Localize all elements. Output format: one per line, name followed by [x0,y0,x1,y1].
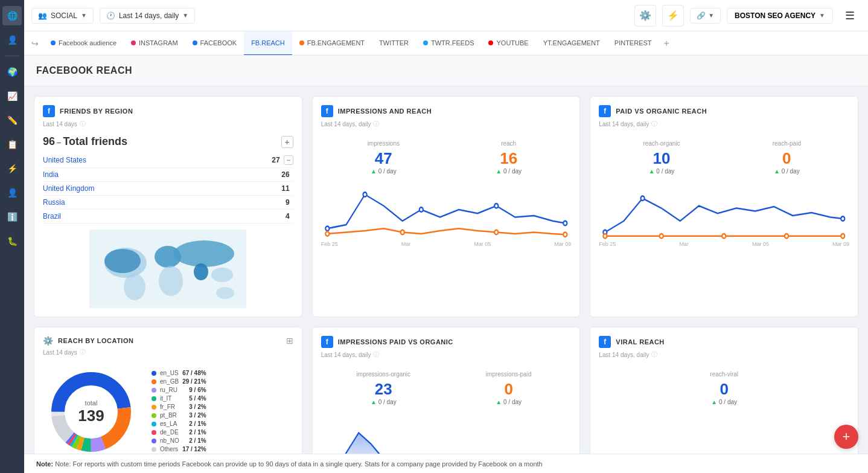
add-tab-btn[interactable]: + [659,31,674,56]
sidebar-icon-bug[interactable]: 🐛 [2,231,22,251]
imp-paid-value: 0 [451,380,566,399]
paid-organic-xaxis: Feb 25 Mar Mar 05 Mar 09 [599,241,849,247]
donut-label: total 139 [78,399,104,425]
imp-paid-label: impressions-paid [451,371,566,378]
svg-point-17 [494,230,498,235]
country-name-uk[interactable]: United Kingdom [43,184,281,193]
reach-location-info[interactable]: ⓘ [80,348,86,356]
impressions-stats-grid: impressions 47 ▲ 0 / day reach 16 ▲ 0 / … [321,135,572,179]
svg-point-15 [325,231,329,236]
settings-icon-btn[interactable]: ⚙️ [634,5,656,27]
paid-organic-card-subtitle: Last 14 days, daily ⓘ [599,120,849,128]
expand-btn[interactable]: + [281,136,293,148]
country-name-us[interactable]: United States [43,156,272,164]
dashboard-grid: f FRIENDS BY REGION Last 14 days ⓘ 96 – … [24,86,868,473]
tab-fb-reach[interactable]: FB.REACH [244,31,292,56]
tab-pinterest[interactable]: PINTEREST [607,31,659,56]
country-item-russia: Russia 9 [43,196,293,210]
svg-point-27 [841,234,845,239]
country-name-india[interactable]: India [43,170,281,179]
viral-reach-info[interactable]: ⓘ [651,350,657,359]
card-paid-organic: f PAID VS ORGANIC REACH Last 14 days, da… [590,96,858,317]
card-impressions-paid-organic: f IMPRESSIONS PAID VS ORGANIC Last 14 da… [312,327,581,473]
card-reach-by-location: ⚙️ REACH BY LOCATION ⊞ Last 14 days ⓘ [34,327,302,473]
sidebar-icon-globe2[interactable]: 🌍 [2,62,22,82]
reach-location-header: ⚙️ REACH BY LOCATION ⊞ [43,336,293,346]
legend-item-fr-fr: fr_FR 3 / 2% [152,404,206,410]
tab-twtr-feeds[interactable]: TWTR.FEEDS [416,31,482,56]
svg-point-2 [124,274,145,300]
hamburger-btn[interactable]: ☰ [839,5,861,27]
social-icon: 👥 [38,11,47,20]
country-item-uk: United Kingdom 11 [43,182,293,196]
sidebar-icon-person[interactable]: 👤 [2,183,22,202]
social-dropdown-arrow: ▼ [81,12,87,19]
share-btn[interactable]: 🔗 ▼ [690,8,721,24]
sidebar-icon-users[interactable]: 👤 [2,30,22,50]
fb-icon-viral: f [599,336,611,348]
fab-add-btn[interactable]: + [834,425,858,449]
fb-icon-impressions: f [321,105,333,117]
sidebar-icon-info[interactable]: ℹ️ [2,207,22,227]
imp-organic-change: ▲ 0 / day [326,399,441,405]
tab-label-facebook: FACEBOOK [200,39,237,47]
collapse-btn-us[interactable]: − [284,155,293,165]
paid-organic-info-icon[interactable]: ⓘ [651,120,657,128]
imp-paid-organic-subtitle: Last 14 days, daily ⓘ [321,350,572,359]
card-impressions-reach: f IMPRESSIONS AND REACH Last 14 days, da… [312,96,581,317]
svg-point-8 [216,287,234,299]
imp-paid-stat: impressions-paid 0 ▲ 0 / day [446,366,571,410]
donut-total-word: total [78,399,104,407]
share-dropdown-arrow: ▼ [708,12,714,19]
svg-point-14 [563,221,567,226]
impressions-card-subtitle: Last 14 days, daily ⓘ [321,120,572,128]
country-count-india: 26 [281,170,289,179]
svg-point-26 [785,234,788,239]
tab-facebook-audience[interactable]: Facebook audience [43,31,124,56]
legend-dot-de-de [152,430,156,435]
tab-instagram[interactable]: INSTAGRAM [124,31,185,56]
sidebar-icon-edit[interactable]: ✏️ [2,111,22,130]
paid-organic-chart [599,179,849,240]
card-friends-by-region: f FRIENDS BY REGION Last 14 days ⓘ 96 – … [34,96,302,317]
reach-stat: reach 16 ▲ 0 / day [446,135,571,179]
tab-twitter[interactable]: TWITTER [372,31,416,56]
world-map-container [43,230,293,308]
legend-dot-en-gb [152,379,156,384]
tab-label-twtr-feeds: TWTR.FEEDS [431,39,474,47]
tab-label-twitter: TWITTER [379,39,409,47]
tab-dot-instagram [131,40,136,45]
tab-dot-facebook [193,40,197,45]
sidebar-icon-lightning[interactable]: ⚡ [2,159,22,178]
tab-facebook[interactable]: FACEBOOK [185,31,244,56]
sidebar-icon-globe[interactable]: 🌐 [2,6,22,25]
expand-reach-location[interactable]: ⊞ [286,336,293,346]
legend-dot-es-la [152,422,156,426]
sidebar-icon-analytics[interactable]: 📈 [2,86,22,106]
legend-item-pt-br: pt_BR 3 / 2% [152,412,206,419]
legend-item-en-us: en_US 67 / 48% [152,370,206,376]
imp-paid-organic-info[interactable]: ⓘ [373,350,379,359]
svg-point-10 [325,227,329,231]
nav-back-btn[interactable]: ↪ [31,39,39,48]
tab-yt-engagement[interactable]: YT.ENGAGEMENT [536,31,607,56]
country-name-russia[interactable]: Russia [43,198,286,207]
friends-info-icon[interactable]: ⓘ [80,120,86,128]
bolt-icon-btn[interactable]: ⚡ [662,5,684,27]
svg-point-24 [660,234,663,239]
tab-label-youtube: YOUTUBE [496,39,528,47]
date-dropdown[interactable]: 🕐 Last 14 days, daily ▼ [100,8,195,24]
impressions-info-icon[interactable]: ⓘ [373,120,379,128]
tab-fb-engagement[interactable]: FB.ENGAGEMENT [292,31,372,56]
organic-label: reach-organic [604,140,719,147]
viral-reach-subtitle: Last 14 days, daily ⓘ [599,350,849,359]
social-dropdown[interactable]: 👥 SOCIAL ▼ [31,8,94,24]
agency-dropdown[interactable]: BOSTON SEO AGENCY ▼ [727,8,833,24]
clock-icon: 🕐 [106,11,115,20]
country-name-brazil[interactable]: Brazil [43,212,286,220]
imp-paid-organic-header: f IMPRESSIONS PAID VS ORGANIC [321,336,572,348]
tab-youtube[interactable]: YOUTUBE [481,31,535,56]
friends-header: 96 – Total friends + [43,135,293,148]
agency-dropdown-arrow: ▼ [819,12,825,19]
sidebar-icon-document[interactable]: 📋 [2,135,22,154]
